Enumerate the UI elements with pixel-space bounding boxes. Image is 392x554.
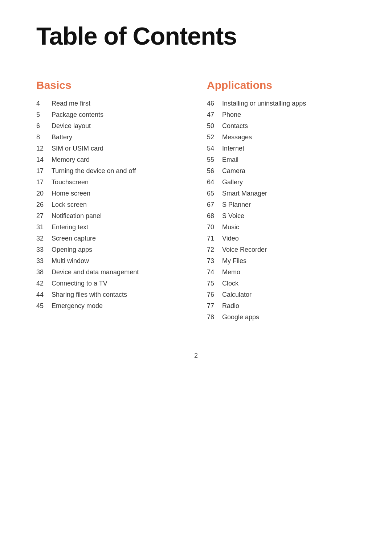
toc-page-number: 56 [207, 167, 222, 175]
toc-page-number: 38 [36, 268, 52, 276]
toc-item-label: Connecting to a TV [52, 280, 107, 287]
toc-page-number: 27 [36, 212, 52, 220]
toc-page-number: 26 [36, 201, 52, 209]
list-item: 71Video [207, 233, 356, 244]
toc-page-number: 71 [207, 235, 222, 242]
toc-item-label: Video [222, 235, 239, 242]
toc-item-label: Contacts [222, 122, 248, 130]
list-item: 75Clock [207, 278, 356, 289]
list-item: 20Home screen [36, 188, 185, 199]
list-item: 45Emergency mode [36, 300, 185, 312]
list-item: 38Device and data management [36, 267, 185, 278]
applications-list: 46Installing or uninstalling apps47Phone… [207, 98, 356, 323]
list-item: 8Battery [36, 132, 185, 143]
toc-page-number: 72 [207, 246, 222, 254]
list-item: 73My Files [207, 255, 356, 267]
toc-page-number: 76 [207, 291, 222, 299]
list-item: 56Camera [207, 165, 356, 177]
toc-page-number: 65 [207, 190, 222, 197]
toc-item-label: Installing or uninstalling apps [222, 100, 306, 107]
toc-item-label: Multi window [52, 257, 89, 265]
toc-item-label: Smart Manager [222, 190, 267, 197]
toc-page-number: 46 [207, 100, 222, 107]
list-item: 33Multi window [36, 255, 185, 267]
toc-item-label: SIM or USIM card [52, 145, 103, 152]
toc-page-number: 12 [36, 145, 52, 152]
toc-item-label: Screen capture [52, 235, 96, 242]
toc-page-number: 4 [36, 100, 52, 107]
toc-page-number: 42 [36, 280, 52, 287]
toc-page-number: 78 [207, 313, 222, 321]
list-item: 17Touchscreen [36, 177, 185, 188]
list-item: 74Memo [207, 267, 356, 278]
list-item: 33Opening apps [36, 244, 185, 255]
applications-column: Applications 46Installing or uninstallin… [207, 79, 356, 323]
toc-page-number: 17 [36, 178, 52, 186]
toc-item-label: Sharing files with contacts [52, 291, 127, 299]
toc-page-number: 52 [207, 134, 222, 141]
toc-page-number: 44 [36, 291, 52, 299]
toc-page-number: 20 [36, 190, 52, 197]
list-item: 67S Planner [207, 199, 356, 210]
list-item: 64Gallery [207, 177, 356, 188]
applications-heading: Applications [207, 79, 356, 91]
toc-item-label: Radio [222, 302, 239, 310]
toc-page-number: 14 [36, 156, 52, 164]
list-item: 31Entering text [36, 222, 185, 233]
toc-page-number: 77 [207, 302, 222, 310]
toc-item-label: Device and data management [52, 268, 139, 276]
toc-item-label: Package contents [52, 111, 103, 119]
list-item: 6Device layout [36, 120, 185, 132]
toc-item-label: Turning the device on and off [52, 167, 136, 175]
toc-page-number: 70 [207, 223, 222, 231]
basics-column: Basics 4Read me first5Package contents6D… [36, 79, 185, 323]
toc-item-label: Music [222, 223, 239, 231]
toc-item-label: Memo [222, 268, 240, 276]
toc-item-label: Calculator [222, 291, 252, 299]
toc-item-label: Email [222, 156, 238, 164]
list-item: 26Lock screen [36, 199, 185, 210]
list-item: 14Memory card [36, 154, 185, 165]
list-item: 54Internet [207, 143, 356, 154]
list-item: 44Sharing files with contacts [36, 289, 185, 300]
toc-page-number: 8 [36, 134, 52, 141]
toc-page-number: 68 [207, 212, 222, 220]
list-item: 27Notification panel [36, 210, 185, 222]
page-number: 2 [36, 352, 356, 360]
toc-item-label: Lock screen [52, 201, 87, 209]
toc-item-label: S Planner [222, 201, 251, 209]
toc-page-number: 54 [207, 145, 222, 152]
list-item: 32Screen capture [36, 233, 185, 244]
toc-page-number: 33 [36, 257, 52, 265]
toc-container: Basics 4Read me first5Package contents6D… [36, 79, 356, 323]
toc-page-number: 31 [36, 223, 52, 231]
toc-page-number: 67 [207, 201, 222, 209]
toc-item-label: Device layout [52, 122, 91, 130]
list-item: 42Connecting to a TV [36, 278, 185, 289]
toc-item-label: Read me first [52, 100, 90, 107]
toc-page-number: 17 [36, 167, 52, 175]
toc-item-label: Memory card [52, 156, 90, 164]
list-item: 46Installing or uninstalling apps [207, 98, 356, 109]
list-item: 47Phone [207, 109, 356, 120]
toc-page-number: 45 [36, 302, 52, 310]
toc-page-number: 6 [36, 122, 52, 130]
list-item: 55Email [207, 154, 356, 165]
basics-heading: Basics [36, 79, 185, 91]
toc-item-label: Touchscreen [52, 178, 89, 186]
toc-item-label: Opening apps [52, 246, 92, 254]
list-item: 77Radio [207, 300, 356, 312]
toc-item-label: Entering text [52, 223, 88, 231]
toc-page-number: 32 [36, 235, 52, 242]
list-item: 12SIM or USIM card [36, 143, 185, 154]
toc-item-label: Clock [222, 280, 238, 287]
toc-item-label: Phone [222, 111, 241, 119]
list-item: 72Voice Recorder [207, 244, 356, 255]
basics-list: 4Read me first5Package contents6Device l… [36, 98, 185, 312]
toc-item-label: Gallery [222, 178, 243, 186]
toc-page-number: 74 [207, 268, 222, 276]
toc-page-number: 33 [36, 246, 52, 254]
list-item: 50Contacts [207, 120, 356, 132]
toc-page-number: 64 [207, 178, 222, 186]
toc-page-number: 50 [207, 122, 222, 130]
